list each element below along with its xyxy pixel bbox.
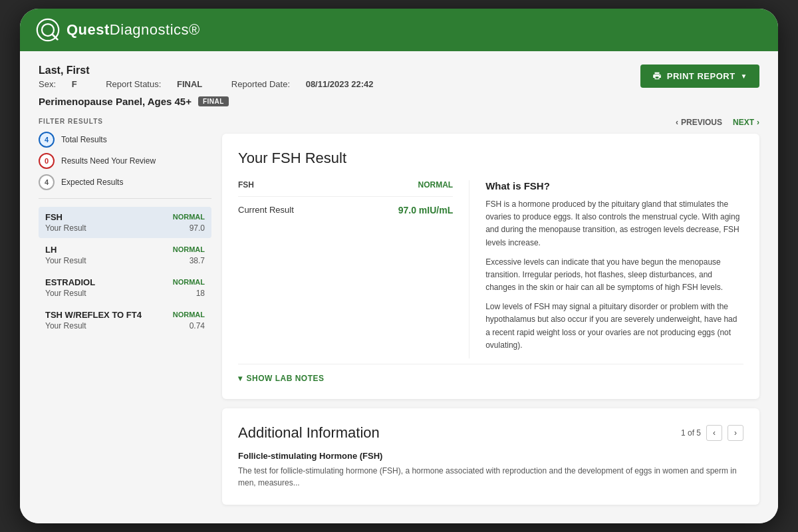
content-area: Last, First Sex: F Report Status: FINAL … [20, 51, 778, 523]
lh-sub-label: Your Result [45, 256, 86, 265]
fsh-sub-value: 97.0 [190, 223, 205, 233]
fsh-description-2: Excessive levels can indicate that you h… [485, 256, 743, 295]
patient-meta: Sex: F Report Status: FINAL Reported Dat… [39, 79, 400, 89]
fsh-right: What is FSH? FSH is a hormone produced b… [485, 180, 743, 358]
result-item-fsh[interactable]: FSH NORMAL Your Result 97.0 [39, 207, 211, 238]
total-results-badge: 4 [39, 132, 55, 148]
filter-total-results[interactable]: 4 Total Results [39, 132, 211, 148]
estradiol-status: NORMAL [173, 278, 205, 286]
show-lab-notes: ▾ SHOW LAB NOTES [238, 364, 743, 383]
show-lab-notes-button[interactable]: ▾ SHOW LAB NOTES [238, 374, 325, 383]
pagination-text: 1 of 5 [681, 428, 701, 438]
logo-container: QuestDiagnostics® [36, 18, 200, 42]
fsh-body: FSH NORMAL Current Result 97.0 mIU/mL Wh… [238, 180, 743, 358]
chevron-down-icon: ▾ [238, 374, 243, 383]
nav-bar: ‹ PREVIOUS NEXT › [222, 118, 759, 127]
report-status: Report Status: FINAL [106, 79, 218, 89]
header-bar: QuestDiagnostics® [20, 9, 778, 51]
patient-name: Last, First [39, 65, 400, 76]
estradiol-sub-value: 18 [196, 289, 205, 298]
estradiol-sub-label: Your Result [45, 289, 86, 298]
additional-sub-title: Follicle-stimulating Hormone (FSH) [238, 451, 743, 461]
fsh-result-card: Your FSH Result FSH NORMAL Current Resul… [222, 134, 759, 399]
print-report-button[interactable]: PRINT REPORT ▼ [640, 65, 759, 88]
fsh-left: FSH NORMAL Current Result 97.0 mIU/mL [238, 180, 469, 358]
tsh-sub-value: 0.74 [190, 321, 205, 331]
fsh-col1: FSH [238, 180, 254, 190]
patient-header: Last, First Sex: F Report Status: FINAL … [39, 65, 759, 89]
additional-text: The test for follicle-stimulating hormon… [238, 465, 743, 489]
fsh-row-label: Current Result [238, 205, 294, 215]
page-next-button[interactable]: › [728, 425, 743, 441]
main-layout: FILTER RESULTS 4 Total Results 0 Results… [39, 118, 759, 505]
fsh-current-row: Current Result 97.0 mIU/mL [238, 205, 453, 215]
fsh-card-title: Your FSH Result [238, 150, 743, 167]
tsh-sub-label: Your Result [45, 321, 86, 331]
printer-icon [652, 71, 662, 80]
quest-logo-icon [36, 18, 60, 42]
fsh-row-value: 97.0 mIU/mL [398, 205, 453, 215]
fsh-description-3: Low levels of FSH may signal a pituitary… [485, 301, 743, 352]
filter-needs-review[interactable]: 0 Results Need Your Review [39, 153, 211, 169]
result-item-tsh[interactable]: TSH W/REFLEX TO FT4 NORMAL Your Result 0… [39, 305, 211, 336]
previous-button[interactable]: ‹ PREVIOUS [676, 118, 722, 127]
additional-title: Additional Information [238, 424, 380, 442]
lh-sub-value: 38.7 [190, 256, 205, 265]
next-button[interactable]: NEXT › [733, 118, 759, 127]
result-item-estradiol[interactable]: ESTRADIOL NORMAL Your Result 18 [39, 272, 211, 303]
needs-review-badge: 0 [39, 153, 55, 169]
lh-status: NORMAL [173, 245, 205, 253]
chevron-right-icon: › [757, 118, 759, 127]
panel-title-row: Perimenopause Panel, Ages 45+ FINAL [39, 96, 759, 107]
patient-info: Last, First Sex: F Report Status: FINAL … [39, 65, 400, 89]
estradiol-name: ESTRADIOL [45, 277, 95, 287]
tsh-name: TSH W/REFLEX TO FT4 [45, 310, 142, 320]
needs-review-label: Results Need Your Review [61, 156, 156, 166]
fsh-description-1: FSH is a hormone produced by the pituita… [485, 198, 743, 249]
additional-header: Additional Information 1 of 5 ‹ › [238, 424, 743, 442]
final-badge: FINAL [198, 96, 229, 106]
fsh-status: NORMAL [173, 213, 205, 221]
sidebar-divider [39, 198, 211, 199]
panel-title: Perimenopause Panel, Ages 45+ [39, 96, 192, 107]
sex-label: Sex: F [39, 79, 92, 89]
fsh-sub-label: Your Result [45, 223, 86, 233]
expected-badge: 4 [39, 174, 55, 190]
sidebar: FILTER RESULTS 4 Total Results 0 Results… [39, 118, 211, 505]
main-panel: ‹ PREVIOUS NEXT › Your FSH Result FSH [222, 118, 759, 505]
filter-label: FILTER RESULTS [39, 118, 211, 125]
lh-name: LH [45, 245, 57, 255]
chevron-left-icon: ‹ [676, 118, 678, 127]
filter-expected[interactable]: 4 Expected Results [39, 174, 211, 190]
page-prev-button[interactable]: ‹ [706, 425, 722, 441]
fsh-name: FSH [45, 212, 63, 222]
total-results-label: Total Results [61, 135, 107, 144]
device-frame: QuestDiagnostics® Last, First Sex: F Rep… [20, 9, 778, 523]
what-is-title: What is FSH? [485, 180, 743, 192]
result-item-lh[interactable]: LH NORMAL Your Result 38.7 [39, 239, 211, 271]
pagination: 1 of 5 ‹ › [681, 425, 743, 441]
tsh-status: NORMAL [173, 311, 205, 319]
logo-text: QuestDiagnostics® [66, 21, 200, 39]
chevron-down-icon: ▼ [741, 72, 747, 80]
expected-label: Expected Results [61, 178, 123, 187]
additional-info-card: Additional Information 1 of 5 ‹ › Follic… [222, 408, 759, 505]
fsh-row-header: FSH NORMAL [238, 180, 453, 197]
fsh-col2: NORMAL [418, 180, 454, 190]
reported-date: Reported Date: 08/11/2023 22:42 [231, 79, 387, 89]
